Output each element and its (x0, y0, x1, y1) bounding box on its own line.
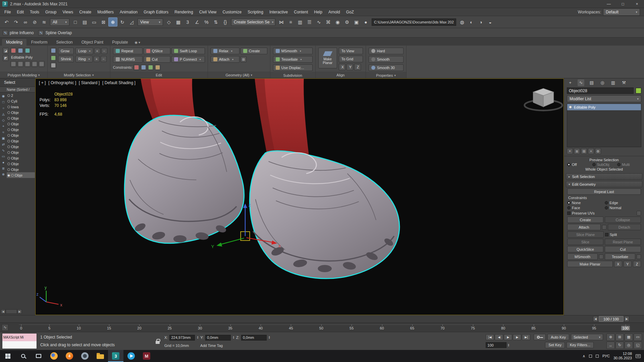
menu-item[interactable]: Scripting (245, 8, 266, 16)
swift-loop-button[interactable]: Swift Loop (171, 48, 205, 54)
filter-geometry-icon[interactable]: □ (1, 100, 6, 104)
x-spinner[interactable]: ▲▼ (197, 336, 199, 339)
preserve-uvs-checkbox[interactable]: Preserve UVs (567, 211, 635, 215)
viewport-shading-menu[interactable]: [ Default Shading ] (102, 80, 136, 85)
filter-cameras-icon[interactable]: ◇ (1, 118, 6, 122)
pan-icon[interactable]: ↔ (606, 342, 615, 349)
ribbon-tab[interactable]: Freeform (27, 39, 52, 46)
create-tab[interactable]: + (567, 79, 574, 86)
loop-button[interactable]: Loop (75, 48, 93, 54)
repeat-last-button[interactable]: Repeat Last (567, 188, 641, 195)
close-button[interactable]: × (630, 0, 644, 8)
loop-grow-icon[interactable]: + (94, 48, 100, 54)
frame-tick[interactable]: 75 (470, 326, 476, 330)
preview-subobj-radio[interactable]: SubObj (592, 163, 616, 167)
start-button[interactable] (0, 350, 15, 362)
align-x-button[interactable]: X (339, 64, 345, 70)
render-cloud-icon[interactable]: ◒ (486, 17, 495, 26)
scene-object-row[interactable]: ◉ Obje (7, 110, 35, 115)
rendered-frame-icon[interactable]: ▣ (352, 17, 361, 26)
attach-settings-icon[interactable] (602, 225, 606, 230)
scene-object-row[interactable]: ◉ Obje (7, 144, 35, 149)
frame-tick[interactable]: 10 (75, 326, 82, 330)
tessellate-button[interactable]: Tessellate (273, 56, 313, 63)
motion-tab[interactable]: ◎ (599, 79, 606, 86)
mirror-icon[interactable]: ⋈ (277, 17, 286, 26)
edit-panel-title[interactable]: Edit (110, 72, 208, 78)
ribbon-config-icon[interactable]: ◉ ▾ (135, 41, 141, 46)
constraint-face-radio[interactable]: Face (567, 206, 603, 210)
align-panel-title[interactable]: Align (316, 72, 366, 78)
frame-tick[interactable]: 50 (318, 326, 325, 330)
select-by-name-icon[interactable]: ▤ (80, 17, 89, 26)
fov-icon[interactable]: ◎ (625, 342, 633, 349)
cut-button[interactable]: Cut (605, 246, 641, 252)
grow-button[interactable]: Grow (58, 48, 74, 54)
planar-y-button[interactable]: Y (624, 261, 632, 267)
frame-tick[interactable]: 45 (287, 326, 294, 330)
go-to-end-button[interactable]: ▶| (522, 334, 530, 340)
to-view-button[interactable]: To View (339, 48, 363, 54)
action-center-icon[interactable] (636, 354, 641, 358)
play-button[interactable]: ▶ (504, 334, 512, 340)
planar-z-button[interactable]: Z (633, 261, 641, 267)
select-and-rotate-icon[interactable]: ↻ (118, 17, 127, 26)
constraint-normal-radio[interactable]: Normal (605, 206, 641, 210)
app-four-button[interactable]: 4 (62, 350, 77, 362)
ring-grow-icon[interactable]: + (94, 56, 100, 62)
filter-containers-icon[interactable]: ▭ (1, 154, 6, 159)
name-column-header[interactable]: Name (Sorted / (0, 86, 35, 93)
frame-tick[interactable]: 90 (560, 326, 567, 330)
menu-item[interactable]: Tools (27, 8, 42, 16)
qslice-button[interactable]: QSlice (144, 48, 170, 54)
hierarchy-tab[interactable]: ▤ (588, 79, 595, 86)
polygon-mode-icon[interactable] (10, 61, 16, 67)
ignore-backfacing-icon[interactable] (50, 62, 56, 68)
viewport-pov-menu[interactable]: [ Orthographic ] (48, 80, 76, 85)
scene-object-row[interactable]: ◉ Obje (7, 115, 35, 121)
msmooth-settings-icon[interactable] (599, 254, 603, 259)
current-frame-field[interactable] (486, 342, 506, 348)
frame-tick[interactable]: 5 (47, 326, 52, 330)
time-slider-handle[interactable]: 100 / 100 (599, 316, 624, 322)
time-slider[interactable]: ◀ 100 / 100 ▶ (0, 315, 644, 322)
p-connect-button[interactable]: P Connect (171, 56, 205, 63)
filter-all-icon[interactable]: ◉ (1, 94, 6, 98)
filter-layers-icon[interactable]: ≣ (1, 166, 6, 171)
loop-shrink-icon[interactable]: − (101, 48, 107, 54)
attach-button[interactable]: Attach (567, 224, 601, 230)
msmooth-button[interactable]: MSmooth (567, 253, 598, 260)
attach-button[interactable]: Attach (211, 56, 239, 63)
constraint-face-icon[interactable] (148, 64, 154, 70)
material-editor-icon[interactable]: ◉ (333, 17, 342, 26)
scene-object-row[interactable]: ◉ Obje (7, 149, 35, 155)
curve-editor-icon[interactable]: ∿ (314, 17, 323, 26)
scroll-right-icon[interactable]: ▶ (17, 309, 22, 314)
make-planar-button[interactable]: Make Planar (318, 48, 337, 68)
menu-item[interactable]: Animation (117, 8, 141, 16)
relax-button[interactable]: Relax (211, 48, 239, 54)
minimize-button[interactable]: — (602, 0, 616, 8)
clock[interactable]: 12:08 30.05.2023 (613, 352, 632, 360)
mini-curve-editor-icon[interactable]: ∿ (2, 324, 8, 331)
menu-item[interactable]: Edit (14, 8, 27, 16)
utilities-tab[interactable]: ⚒ (621, 79, 627, 86)
menu-item[interactable]: Views (59, 8, 76, 16)
selection-lock-toggle[interactable] (154, 333, 161, 349)
ring-shrink-icon[interactable]: − (101, 56, 107, 62)
render-arnold-icon[interactable]: ◐ (467, 17, 476, 26)
go-to-start-button[interactable]: |◀ (486, 334, 494, 340)
menu-item[interactable]: Civil View (196, 8, 220, 16)
scroll-track[interactable] (6, 309, 17, 314)
zoom-region-icon[interactable]: ▭ (634, 334, 642, 341)
shaded-selection-icon[interactable] (50, 48, 56, 54)
shrink-button[interactable]: Shrink (58, 56, 74, 62)
tray-status-icon[interactable] (596, 355, 599, 358)
show-end-result-icon[interactable]: ≣ (574, 148, 580, 154)
modifier-list-dropdown[interactable]: Modifier List (567, 95, 641, 102)
track-bar[interactable]: ∿ 05101520253035404550556065707580859095… (0, 322, 644, 332)
make-planar-button[interactable]: Make Planar (567, 261, 613, 267)
x-coordinate-field[interactable] (169, 335, 195, 341)
redo-icon[interactable]: ↷ (11, 17, 20, 26)
scene-object-row[interactable]: ◉ Obje (7, 132, 35, 138)
